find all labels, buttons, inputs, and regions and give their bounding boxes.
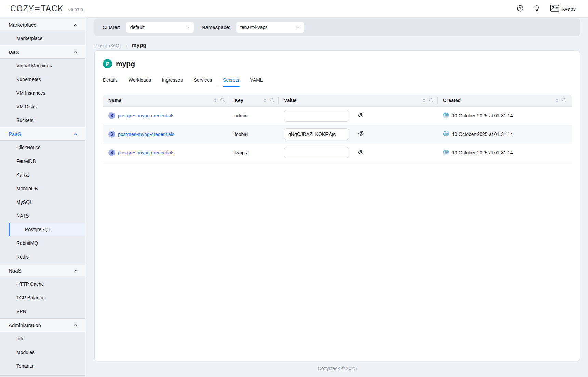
search-icon — [270, 98, 275, 103]
tab-details[interactable]: Details — [103, 77, 118, 87]
sidebar-item-label: PostgreSQL — [25, 227, 51, 232]
sidebar-item-vm-instances[interactable]: VM Instances — [0, 86, 85, 100]
sidebar-group-marketplace[interactable]: Marketplace — [0, 18, 85, 31]
sidebar-item-modules[interactable]: Modules — [0, 346, 85, 359]
sidebar-item-http-cache[interactable]: HTTP Cache — [0, 277, 85, 291]
sidebar-item-postgresql[interactable]: PostgreSQL — [9, 223, 85, 236]
column-label: Name — [108, 98, 121, 103]
sort-button[interactable] — [423, 98, 425, 102]
sidebar-group-iaas[interactable]: IaaS — [0, 45, 85, 59]
column-header-value: Value — [279, 95, 438, 106]
caret-down-icon — [423, 101, 425, 102]
cluster-select-value: default — [130, 25, 145, 30]
secret-value-cell — [279, 128, 438, 140]
search-button[interactable] — [562, 98, 566, 103]
sidebar-item-info[interactable]: Info — [0, 332, 85, 346]
tab-services[interactable]: Services — [193, 77, 212, 87]
svg-text:?: ? — [519, 6, 521, 10]
group-label: NaaS — [9, 268, 22, 274]
help-icon: ? — [517, 5, 523, 13]
sidebar-item-mysql[interactable]: MySQL — [0, 195, 85, 209]
sidebar: Marketplace Marketplace IaaS Virtual Mac… — [0, 18, 85, 377]
brand: COZY≡TACK v0.37.0 — [10, 4, 83, 13]
sidebar-item-virtual-machines[interactable]: Virtual Machines — [0, 59, 85, 72]
table-row: S postgres-mypg-credentials foobar 10 Oc… — [103, 125, 572, 143]
sidebar-item-redis[interactable]: Redis — [0, 250, 85, 264]
eye-icon — [358, 113, 364, 118]
cluster-select[interactable]: default — [126, 22, 194, 33]
sidebar-group-administration[interactable]: Administration — [0, 318, 85, 332]
sidebar-item-label: Virtual Machines — [16, 63, 52, 68]
search-button[interactable] — [270, 98, 275, 103]
sidebar-item-tenants[interactable]: Tenants — [0, 359, 85, 373]
footer-text: Cozystack © 2025 — [318, 366, 357, 371]
help-button[interactable]: ? — [517, 5, 523, 13]
globe-icon — [443, 131, 449, 138]
group-label: Marketplace — [9, 22, 37, 28]
sidebar-item-marketplace[interactable]: Marketplace — [0, 31, 85, 45]
secret-name-link[interactable]: postgres-mypg-credentials — [118, 131, 174, 137]
tab-ingresses[interactable]: Ingresses — [162, 77, 183, 87]
sort-button[interactable] — [214, 98, 217, 102]
toggle-visibility-button[interactable] — [358, 150, 364, 155]
toggle-visibility-button[interactable] — [358, 131, 364, 137]
sidebar-item-label: Redis — [16, 254, 29, 260]
postgres-badge: P — [103, 59, 112, 68]
theme-toggle-button[interactable] — [534, 5, 540, 13]
caret-down-icon — [264, 101, 266, 102]
breadcrumb-parent-link[interactable]: PostgreSQL — [94, 43, 122, 48]
secret-badge: S — [108, 149, 115, 156]
sidebar-item-mongodb[interactable]: MongoDB — [0, 182, 85, 195]
toggle-visibility-button[interactable] — [358, 113, 364, 118]
chevron-up-icon — [74, 268, 78, 274]
sidebar-group-marketplace-items: Marketplace — [0, 31, 85, 45]
sidebar-group-naas[interactable]: NaaS — [0, 264, 85, 277]
sidebar-item-vm-disks[interactable]: VM Disks — [0, 100, 85, 113]
tab-secrets[interactable]: Secrets — [223, 77, 239, 87]
column-header-name: Name — [103, 95, 229, 106]
namespace-select[interactable]: tenant-kvaps — [236, 22, 304, 33]
tab-workloads[interactable]: Workloads — [129, 77, 151, 87]
sidebar-item-kafka[interactable]: Kafka — [0, 168, 85, 182]
sidebar-item-clickhouse[interactable]: ClickHouse — [0, 141, 85, 154]
sidebar-item-buckets[interactable]: Buckets — [0, 113, 85, 127]
sidebar-item-ferretdb[interactable]: FerretDB — [0, 154, 85, 168]
secret-value-input[interactable] — [284, 110, 349, 122]
tab-yaml[interactable]: YAML — [250, 77, 263, 87]
sidebar-item-label: Modules — [16, 350, 35, 355]
sort-button[interactable] — [556, 98, 558, 102]
table-header-row: Name Key Value — [103, 95, 572, 107]
sidebar-group-iaas-items: Virtual Machines Kubernetes VM Instances… — [0, 59, 85, 127]
secret-name-link[interactable]: postgres-mypg-credentials — [118, 150, 174, 155]
sidebar-group-paas[interactable]: PaaS — [0, 127, 85, 141]
search-button[interactable] — [429, 98, 433, 103]
column-label: Created — [443, 98, 461, 103]
sidebar-item-kubernetes[interactable]: Kubernetes — [0, 72, 85, 86]
search-button[interactable] — [220, 98, 225, 103]
column-label: Key — [235, 98, 243, 103]
sidebar-item-label: Buckets — [16, 117, 34, 123]
secret-name-link[interactable]: postgres-mypg-credentials — [118, 113, 174, 118]
sort-button[interactable] — [264, 98, 266, 102]
group-label: PaaS — [9, 131, 21, 137]
user-menu[interactable]: kvaps — [550, 5, 576, 13]
created-timestamp: 10 October 2025 at 01:31:14 — [452, 113, 513, 118]
secret-value-input[interactable] — [284, 147, 349, 158]
table-row: S postgres-mypg-credentials admin 10 Oct… — [103, 107, 572, 125]
secret-value-cell — [279, 147, 438, 158]
sidebar-item-label: Kubernetes — [16, 76, 41, 82]
sidebar-item-nats[interactable]: NATS — [0, 209, 85, 223]
resource-card-header: P mypg — [103, 59, 572, 68]
created-cell: 10 October 2025 at 01:31:14 — [438, 149, 572, 156]
sidebar-item-vpn[interactable]: VPN — [0, 305, 85, 318]
id-card-icon — [550, 5, 559, 13]
sidebar-item-label: Kafka — [16, 172, 29, 178]
created-cell: 10 October 2025 at 01:31:14 — [438, 112, 572, 119]
header-actions: ? kvaps — [517, 5, 576, 13]
sidebar-item-tcp-balancer[interactable]: TCP Balancer — [0, 291, 85, 305]
lightbulb-icon — [534, 5, 540, 13]
sidebar-item-rabbitmq[interactable]: RabbitMQ — [0, 236, 85, 250]
app-header: COZY≡TACK v0.37.0 ? kvaps — [0, 0, 588, 18]
secret-value-input[interactable] — [284, 128, 349, 140]
context-toolbar: Cluster: default Namespace: tenant-kvaps — [94, 18, 580, 36]
